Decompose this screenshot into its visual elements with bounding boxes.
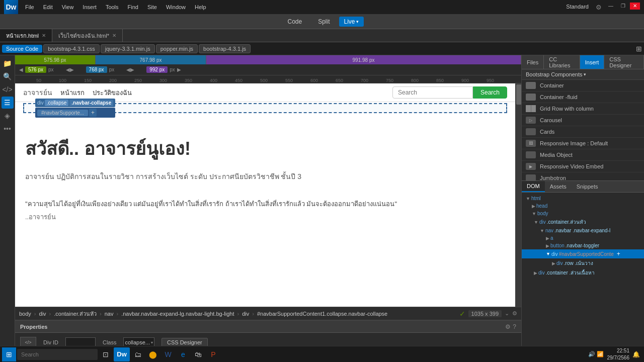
dom-add-button[interactable]: +: [617, 250, 620, 257]
dom-node-container-content[interactable]: ▶ div .container .ส่วนเนื้อหา: [522, 268, 644, 278]
tooltip-navbar-collapse-class[interactable]: .navbar-collapse: [69, 100, 113, 106]
css-file-button[interactable]: bootstrap-4.3.1.css: [43, 44, 100, 53]
dom-toggle-a[interactable]: ▶: [546, 236, 549, 241]
source-code-button[interactable]: Source Code: [2, 45, 42, 53]
tooltip-collapse-class[interactable]: .collapse: [45, 100, 68, 106]
tab-cc-libraries[interactable]: CC Libraries: [544, 55, 580, 69]
taskbar-icon-edge[interactable]: e: [176, 347, 190, 361]
dom-node-container-header[interactable]: ▼ div .container.ส่วนหัว: [522, 217, 644, 227]
taskbar-icon-task-view[interactable]: ⊡: [99, 347, 113, 361]
search-input[interactable]: [392, 86, 473, 99]
component-jumbotron[interactable]: Jumbotron: [522, 172, 644, 180]
tooltip-add-button[interactable]: +: [89, 109, 97, 117]
taskbar-icon-word[interactable]: W: [161, 347, 175, 361]
taskbar-icon-powerpoint[interactable]: P: [206, 347, 220, 361]
start-button[interactable]: ⊞: [2, 347, 16, 361]
bp-992-badge[interactable]: 992 px: [146, 66, 168, 73]
props-settings-icon[interactable]: ⚙: [505, 323, 511, 330]
notification-icon[interactable]: 🔔: [632, 351, 640, 358]
dom-node-navbarcontent[interactable]: ▼ div #navbarSupportedConte +: [522, 249, 644, 258]
file-tab-homepage[interactable]: หน้าแรก.html ✕: [0, 29, 52, 42]
tab-close-homepage[interactable]: ✕: [42, 33, 46, 38]
component-video[interactable]: ▶ Responsive Video Embed: [522, 161, 644, 172]
taskbar-icon-chrome[interactable]: ⬤: [146, 347, 160, 361]
dom-toggle-row[interactable]: ▶: [552, 261, 555, 266]
sidebar-icon-assets[interactable]: ◈: [2, 110, 14, 122]
vertical-scrollbar[interactable]: [515, 83, 521, 307]
search-button[interactable]: Search: [473, 86, 507, 99]
menu-find[interactable]: Find: [124, 3, 142, 11]
sidebar-icon-code[interactable]: </>: [2, 83, 14, 96]
sidebar-icon-files[interactable]: 📁: [2, 57, 14, 69]
live-view-button[interactable]: Live ▾: [339, 17, 364, 27]
breadcrumb-container[interactable]: .container.ส่วนหัว: [54, 309, 97, 318]
taskbar-search[interactable]: [17, 349, 98, 360]
breadcrumb-nav[interactable]: nav: [105, 311, 114, 317]
component-grid[interactable]: Grid Row with column: [522, 103, 644, 115]
dom-node-html[interactable]: ▼ html: [522, 195, 644, 202]
component-cards[interactable]: Cards: [522, 126, 644, 138]
sidebar-icon-search[interactable]: 🔍: [2, 70, 14, 82]
bp-576-badge[interactable]: 576 px: [25, 66, 46, 73]
menu-site[interactable]: Site: [143, 3, 161, 11]
dom-toggle-nav[interactable]: ▼: [540, 228, 544, 233]
menu-file[interactable]: File: [21, 3, 38, 11]
tab-snippets[interactable]: Snippets: [572, 181, 603, 192]
component-responsive-image[interactable]: 🖼 Responsive Image : Default: [522, 138, 644, 149]
popper-file-button[interactable]: popper.min.js: [156, 44, 198, 53]
tab-css-designer[interactable]: CSS Designer: [604, 55, 644, 69]
taskbar-icon-store[interactable]: 🛍: [191, 347, 205, 361]
close-button[interactable]: ✕: [630, 3, 640, 10]
dom-node-a[interactable]: ▶ a: [522, 234, 644, 242]
jquery-file-button[interactable]: jquery-3.3.1.min.js: [101, 44, 155, 53]
dom-toggle-container-content[interactable]: ▶: [534, 270, 537, 276]
component-container-fluid[interactable]: Container -fluid: [522, 92, 644, 103]
dom-toggle-navbarcontent[interactable]: ▼: [546, 251, 550, 256]
taskbar-dw-icon[interactable]: Dw: [114, 347, 130, 361]
maximize-button[interactable]: ❐: [618, 3, 628, 10]
breadcrumb-body[interactable]: body: [19, 311, 31, 317]
sidebar-icon-more[interactable]: •••: [2, 123, 14, 135]
component-media[interactable]: Media Object: [522, 149, 644, 161]
file-tab-website[interactable]: เว็บไซต์ของฉัน.html* ✕: [52, 29, 123, 42]
nav-link-about[interactable]: ประวัติของฉัน: [93, 87, 132, 98]
component-carousel[interactable]: ▷ Carousel: [522, 115, 644, 126]
taskbar-icon-explorer[interactable]: 🗂: [131, 347, 145, 361]
dom-toggle-container-header[interactable]: ▼: [534, 220, 538, 225]
dom-node-head[interactable]: ▶ head: [528, 202, 644, 210]
breadcrumb-div[interactable]: div: [39, 311, 46, 317]
settings-icon[interactable]: ⚙: [594, 3, 604, 12]
tab-close-website[interactable]: ✕: [112, 33, 116, 38]
dom-node-body[interactable]: ▼ body: [528, 210, 644, 217]
dom-node-button-toggler[interactable]: ▶ button .navbar-toggler: [522, 242, 644, 249]
bp-768-badge[interactable]: 768 px: [86, 66, 107, 73]
tab-insert[interactable]: Insert: [580, 55, 605, 69]
dom-node-nav[interactable]: ▼ nav .navbar .navbar-expand-l: [522, 227, 644, 234]
bootstrap-js-file-button[interactable]: bootstrap-4.3.1.js: [199, 44, 251, 53]
menu-edit[interactable]: Edit: [39, 3, 57, 11]
dom-toggle-head[interactable]: ▶: [532, 204, 535, 209]
breadcrumb-navbar[interactable]: .navbar.navbar-expand-lg.navbar-light.bg…: [121, 311, 234, 317]
component-container[interactable]: Container: [522, 80, 644, 92]
sidebar-icon-insert[interactable]: ☰: [2, 97, 14, 109]
dom-toggle-body[interactable]: ▼: [532, 211, 536, 216]
menu-insert[interactable]: Insert: [78, 3, 101, 11]
tab-files[interactable]: Files: [522, 55, 544, 69]
breadcrumb-navbarcontent[interactable]: #navbarSupportedContent1.collapse.navbar…: [257, 311, 387, 317]
tab-assets[interactable]: Assets: [545, 181, 572, 192]
split-view-button[interactable]: Split: [311, 17, 337, 27]
status-expand[interactable]: ⌄: [505, 310, 509, 317]
dom-toggle-html[interactable]: ▼: [526, 196, 530, 201]
menu-view[interactable]: View: [58, 3, 78, 11]
props-help-icon[interactable]: ?: [513, 323, 516, 330]
menu-help[interactable]: Help: [191, 3, 210, 11]
code-view-button[interactable]: Code: [280, 17, 309, 27]
menu-window[interactable]: Window: [162, 3, 190, 11]
status-settings-icon[interactable]: ⚙: [512, 310, 517, 317]
nav-link-home[interactable]: หน้าแรก: [60, 87, 85, 98]
breadcrumb-div2[interactable]: div: [242, 311, 249, 317]
menu-tools[interactable]: Tools: [102, 3, 123, 11]
tab-dom[interactable]: DOM: [522, 181, 545, 192]
scrollbar-thumb[interactable]: [516, 84, 521, 105]
tooltip-hash-id[interactable]: #navbarSupporte...: [37, 110, 88, 116]
